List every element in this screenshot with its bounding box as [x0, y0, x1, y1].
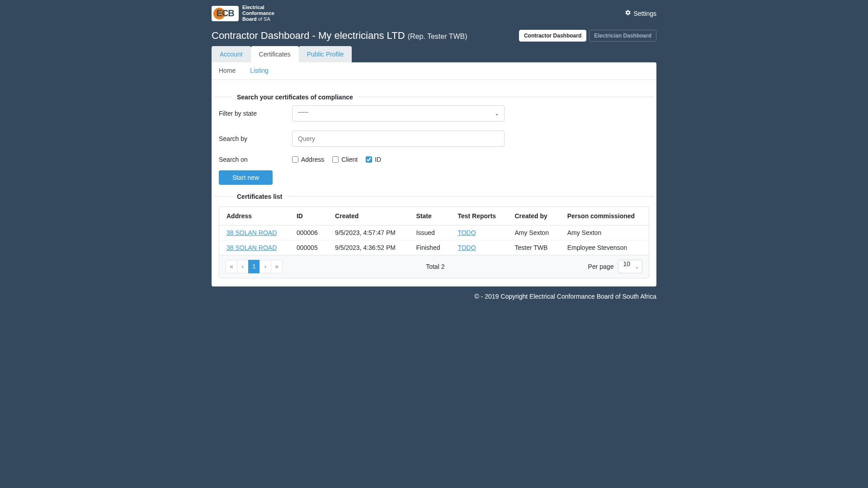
certificates-list-fieldset: Certificates list Address ID Created Sta… [214, 193, 654, 278]
gear-icon [625, 9, 631, 17]
checkbox-client-input[interactable] [332, 156, 339, 163]
cell-created-by: Amy Sexton [507, 225, 560, 240]
pager-last[interactable]: » [271, 260, 283, 273]
cell-created: 9/5/2023, 4:36:52 PM [328, 240, 409, 255]
certificates-list-legend: Certificates list [232, 193, 287, 200]
filter-by-state-select[interactable]: ----- [292, 105, 505, 122]
col-created-by: Created by [507, 207, 560, 225]
search-fieldset: Search your certificates of compliance F… [214, 94, 654, 185]
per-page-select[interactable]: 10 [618, 260, 642, 273]
electrician-dashboard-button[interactable]: Electrician Dashboard [589, 30, 656, 42]
pager-page-1[interactable]: 1 [248, 260, 260, 273]
cell-state: Finished [409, 240, 451, 255]
pager: « ‹ 1 › » [226, 260, 283, 273]
contractor-dashboard-button[interactable]: Contractor Dashboard [519, 30, 586, 42]
dashboard-toggle: Contractor Dashboard Electrician Dashboa… [519, 30, 656, 42]
logo-mark: ECB [212, 6, 239, 21]
col-person-commissioned: Person commissioned [560, 207, 649, 225]
table-row: 38 SOLAN ROAD 000005 9/5/2023, 4:36:52 P… [219, 240, 649, 255]
address-link[interactable]: 38 SOLAN ROAD [226, 244, 277, 251]
cell-state: Issued [409, 225, 451, 240]
settings-label: Settings [633, 10, 656, 17]
search-legend: Search your certificates of compliance [232, 94, 358, 101]
cell-person-commissioned: Employee Stevenson [560, 240, 649, 255]
sub-tab-listing[interactable]: Listing [243, 62, 275, 80]
sub-tabs: Home Listing [212, 62, 656, 80]
certificates-table: Address ID Created State Test Reports Cr… [219, 207, 649, 255]
checkbox-address[interactable]: Address [292, 156, 324, 163]
search-by-label: Search by [219, 135, 292, 142]
tab-certificates[interactable]: Certificates [251, 46, 299, 62]
search-input[interactable] [292, 131, 505, 147]
logo-abbrev: ECB [212, 6, 239, 21]
per-page-label: Per page [588, 263, 614, 270]
cell-person-commissioned: Amy Sexton [560, 225, 649, 240]
total-count: Total 2 [426, 263, 444, 270]
test-reports-link[interactable]: TODO [458, 229, 476, 236]
logo-text: Electrical Conformance Board of SA [242, 5, 274, 23]
checkbox-id-input[interactable] [366, 156, 372, 163]
pager-first[interactable]: « [226, 260, 237, 273]
col-id: ID [289, 207, 328, 225]
logo: ECB Electrical Conformance Board of SA [212, 5, 274, 23]
table-row: 38 SOLAN ROAD 000006 9/5/2023, 4:57:47 P… [219, 225, 649, 240]
col-created: Created [328, 207, 409, 225]
cell-id: 000005 [289, 240, 328, 255]
cell-created-by: Tester TWB [507, 240, 560, 255]
pager-prev[interactable]: ‹ [237, 260, 249, 273]
settings-link[interactable]: Settings [625, 9, 656, 17]
tab-public-profile[interactable]: Public Profile [299, 46, 352, 62]
search-on-label: Search on [219, 156, 292, 163]
col-address: Address [219, 207, 289, 225]
start-new-button[interactable]: Start new [219, 170, 273, 185]
col-state: State [409, 207, 451, 225]
filter-by-state-label: Filter by state [219, 110, 292, 117]
checkbox-client[interactable]: Client [332, 156, 358, 163]
col-test-reports: Test Reports [450, 207, 507, 225]
cell-id: 000006 [289, 225, 328, 240]
page-title: Contractor Dashboard - My electricians L… [212, 30, 467, 42]
test-reports-link[interactable]: TODO [458, 244, 476, 251]
address-link[interactable]: 38 SOLAN ROAD [226, 229, 277, 236]
main-tabs: Account Certificates Public Profile [212, 46, 656, 62]
cell-created: 9/5/2023, 4:57:47 PM [328, 225, 409, 240]
tab-account[interactable]: Account [212, 46, 251, 62]
sub-tab-home[interactable]: Home [212, 62, 243, 80]
checkbox-id[interactable]: ID [366, 156, 381, 163]
pager-next[interactable]: › [259, 260, 271, 273]
checkbox-address-input[interactable] [292, 156, 298, 163]
page-footer: © - 2019 Copyright Electrical Conformanc… [212, 286, 656, 306]
